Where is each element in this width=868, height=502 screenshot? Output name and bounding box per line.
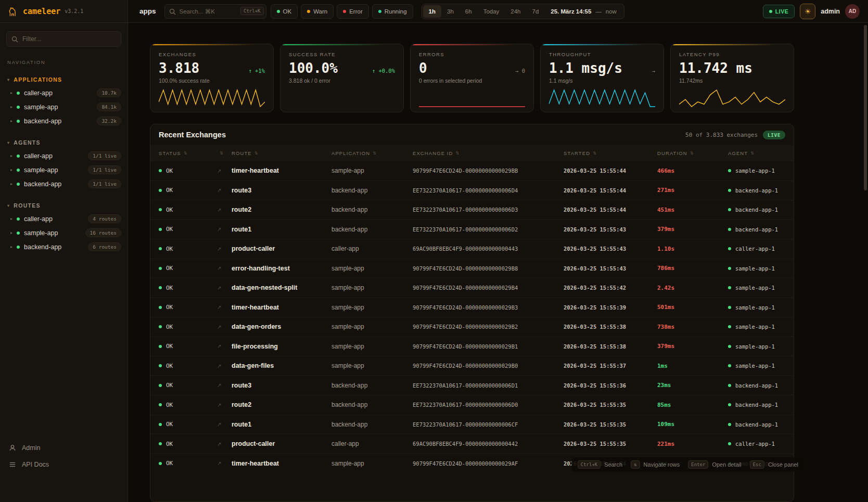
sidebar-footer-admin[interactable]: Admin [0,440,127,456]
agent-dot [728,345,731,348]
started-cell: 2026-03-25 15:55:44 [564,168,657,174]
time-range-1h[interactable]: 1h [423,5,441,18]
open-detail-icon[interactable]: ↗ [217,402,232,408]
section-header[interactable]: ▾ AGENTS [0,136,127,149]
status-cell: OK [159,187,217,194]
sidebar-footer-api-docs[interactable]: API Docs [0,456,127,473]
started-cell: 2026-03-25 15:55:43 [564,226,657,233]
open-detail-icon[interactable]: ↗ [217,187,232,193]
sidebar-section-agents: ▾ AGENTS ▸ caller-app 1/1 live ▸ sample-… [0,136,127,191]
open-detail-icon[interactable]: ↗ [217,207,232,213]
hint-navigate: ⇅ Navigate rows [631,460,680,469]
table-row[interactable]: OK ↗ data-gen-files sample-app 90799F47E… [150,356,794,376]
card-accent-bar [280,44,403,45]
app-logo[interactable]: cameleer v3.2.1 [0,0,127,23]
live-toggle[interactable]: LIVE [763,5,795,18]
table-row[interactable]: OK ↗ product-caller caller-app 69AC90BF8… [150,239,794,259]
open-detail-icon[interactable]: ↗ [217,343,232,349]
sidebar-item-routes-backend-app[interactable]: ▸ backend-app 6 routes [0,240,127,254]
table-row[interactable]: OK ↗ product-caller caller-app 69AC90BF8… [150,434,794,454]
exchange-id-cell: 90799F47E6CD24D-00000000000029B1 [413,343,564,350]
column-header-route[interactable]: ROUTE ⇅ [232,150,331,156]
sidebar-item-applications-backend-app[interactable]: ▸ backend-app 32.2k [0,114,127,128]
table-row[interactable]: OK ↗ timer-heartbeat sample-app 90799F47… [150,298,794,317]
open-detail-icon[interactable]: ↗ [217,168,232,174]
camel-logo-icon [7,6,19,17]
open-detail-icon[interactable]: ↗ [217,285,232,291]
item-label: sample-app [24,229,58,237]
table-row[interactable]: OK ↗ data-gen-orders sample-app 90799F47… [150,317,794,337]
exchange-id-cell: 90799F47E6CD24D-00000000000029B0 [413,363,564,369]
route-cell: data-gen-nested-split [232,284,331,291]
table-row[interactable]: OK ↗ file-processing sample-app 90799F47… [150,337,794,356]
open-detail-icon[interactable]: ↗ [217,226,232,232]
section-items: ▸ caller-app 10.7k ▸ sample-app 84.1k ▸ … [0,86,127,128]
agent-dot [728,325,731,328]
table-row[interactable]: OK ↗ route1 backend-app EE7322370A10617-… [150,220,794,239]
open-detail-icon[interactable]: ↗ [217,460,232,466]
exchange-id-cell: 90799F47E6CD24D-00000000000029B2 [413,324,564,330]
table-row[interactable]: OK ↗ timer-heartbeat sample-app 90799F47… [150,161,794,181]
column-header-open[interactable]: ⇅ [217,151,232,156]
table-row[interactable]: OK ↗ route1 backend-app EE7322370A10617-… [150,415,794,434]
avatar[interactable]: AD [845,4,860,19]
column-header-agent[interactable]: AGENT ⇅ [728,150,785,156]
open-detail-icon[interactable]: ↗ [217,363,232,369]
theme-toggle-button[interactable]: ☀ [800,4,815,19]
status-dot [159,325,162,328]
section-header[interactable]: ▾ ROUTES [0,199,127,212]
open-detail-icon[interactable]: ↗ [217,246,232,252]
section-header[interactable]: ▾ APPLICATIONS [0,73,127,86]
open-detail-icon[interactable]: ↗ [217,304,232,310]
route-cell: timer-heartbeat [232,304,331,311]
table-row[interactable]: OK ↗ route2 backend-app EE7322370A10617-… [150,200,794,220]
sidebar-item-agents-backend-app[interactable]: ▸ backend-app 1/1 live [0,177,127,191]
footer-item-label: Admin [22,444,40,452]
time-range-3h[interactable]: 3h [441,5,459,18]
table-row[interactable]: OK ↗ route3 backend-app EE7322370A10617-… [150,181,794,200]
status-text: OK [166,421,173,428]
item-badge: 6 routes [88,242,121,251]
open-detail-icon[interactable]: ↗ [217,265,232,271]
table-row[interactable]: OK ↗ data-gen-nested-split sample-app 90… [150,278,794,298]
sidebar-item-routes-sample-app[interactable]: ▸ sample-app 16 routes [0,226,127,240]
sidebar-item-agents-caller-app[interactable]: ▸ caller-app 1/1 live [0,149,127,163]
agent-dot [728,267,731,270]
column-header-duration[interactable]: DURATION ⇅ [657,150,728,156]
status-dot [17,120,20,123]
column-label: DURATION [657,150,687,156]
sidebar-item-agents-sample-app[interactable]: ▸ sample-app 1/1 live [0,163,127,177]
table-row[interactable]: OK ↗ route2 backend-app EE7322370A10617-… [150,395,794,415]
time-range-today[interactable]: Today [478,5,505,18]
filter-chip-warn[interactable]: Warn [301,4,334,19]
sidebar-item-applications-sample-app[interactable]: ▸ sample-app 84.1k [0,100,127,114]
table-row[interactable]: OK ↗ route3 backend-app EE7322370A10617-… [150,376,794,395]
filter-chip-ok[interactable]: OK [271,4,298,19]
sidebar-filter-input[interactable] [6,31,121,47]
open-detail-icon[interactable]: ↗ [217,324,232,330]
filter-chip-error[interactable]: Error [337,4,369,19]
time-range-6h[interactable]: 6h [459,5,478,18]
chip-label: OK [283,8,292,15]
status-text: OK [166,246,173,252]
kbd-esc: Esc [750,460,764,469]
kbd-enter: Enter [688,460,708,469]
sidebar-item-applications-caller-app[interactable]: ▸ caller-app 10.7k [0,86,127,100]
column-header-status[interactable]: STATUS ⇅ [159,150,217,156]
sidebar-item-routes-caller-app[interactable]: ▸ caller-app 4 routes [0,212,127,226]
column-header-application[interactable]: APPLICATION ⇅ [331,150,413,156]
application-cell: backend-app [331,206,413,213]
time-range-24h[interactable]: 24h [505,5,526,18]
open-detail-icon[interactable]: ↗ [217,421,232,427]
time-range-7d[interactable]: 7d [527,5,545,18]
application-cell: sample-app [331,362,413,369]
agent-name: sample-app-1 [735,343,775,350]
column-header-started[interactable]: STARTED ⇅ [564,150,657,156]
open-detail-icon[interactable]: ↗ [217,382,232,388]
open-detail-icon[interactable]: ↗ [217,441,232,447]
table-row[interactable]: OK ↗ error-handling-test sample-app 9079… [150,259,794,278]
vertical-scrollbar[interactable] [864,25,867,190]
card-sparkline [419,87,525,108]
filter-chip-running[interactable]: Running [372,4,413,19]
column-header-exchange-id[interactable]: EXCHANGE ID ⇅ [413,150,564,156]
